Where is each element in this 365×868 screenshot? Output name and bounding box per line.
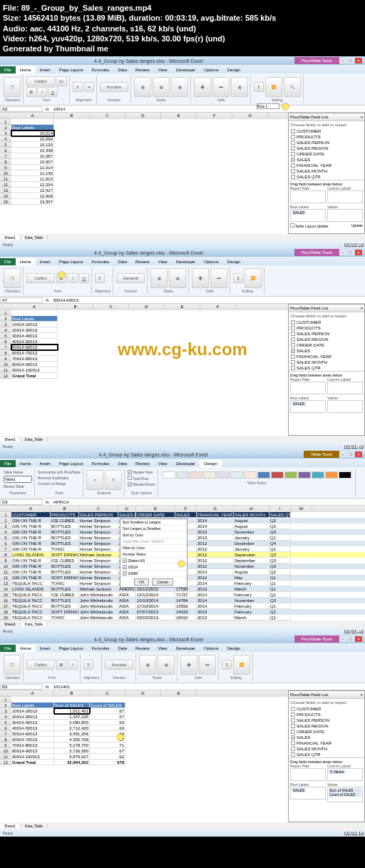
cell[interactable]: 10,125: [11, 142, 54, 148]
underline-button[interactable]: U: [48, 87, 58, 97]
tab-formulas[interactable]: Formulas: [87, 66, 113, 73]
cell[interactable]: 20014-30013: [11, 327, 58, 333]
bold-button[interactable]: B: [26, 87, 36, 97]
sheet-tab-2[interactable]: Data_Table: [21, 235, 48, 240]
minimize-icon[interactable]: −: [339, 250, 346, 255]
cell[interactable]: Grand Total: [11, 373, 58, 379]
sort-filter-button[interactable]: 🔽: [265, 77, 282, 97]
minimize-icon[interactable]: −: [339, 58, 346, 63]
field-item[interactable]: FINANCIAL YEAR: [289, 163, 364, 168]
select-all-checkbox[interactable]: [123, 558, 127, 563]
row-1[interactable]: 1: [0, 119, 11, 125]
ok-button[interactable]: OK: [134, 578, 149, 586]
sort-asc[interactable]: Sort Smallest to Largest: [120, 519, 187, 526]
context-tab[interactable]: PivotTable Tools: [294, 57, 339, 64]
col-g[interactable]: G: [232, 113, 268, 119]
font-size[interactable]: 11: [56, 76, 67, 86]
delete-button[interactable]: ➖: [212, 77, 230, 97]
col-d[interactable]: D: [125, 113, 161, 119]
cell[interactable]: 11,136: [11, 170, 54, 176]
cancel-button[interactable]: Cancel: [152, 578, 173, 586]
close-icon[interactable]: ×: [355, 58, 362, 63]
cell[interactable]: 60014-70013: [11, 350, 58, 356]
cell[interactable]: 12,968: [11, 193, 54, 199]
field-item[interactable]: SALES: [289, 157, 364, 163]
tab-design[interactable]: Design: [223, 66, 245, 73]
filter-color[interactable]: Filter by Color: [120, 545, 187, 551]
name-box[interactable]: A3: [0, 106, 43, 112]
tab-view[interactable]: View: [154, 66, 172, 73]
number-format[interactable]: Number: [100, 82, 128, 92]
row-labels-header[interactable]: Row Labels: [11, 125, 54, 131]
close-icon[interactable]: ×: [355, 250, 362, 255]
cell[interactable]: 50014-60013: [11, 344, 58, 350]
cond-format-button[interactable]: ▦: [134, 77, 151, 97]
format-table-button[interactable]: ▦: [153, 77, 170, 97]
field-item[interactable]: CUSTOMER: [289, 128, 364, 134]
autosum-button[interactable]: Σ: [254, 82, 264, 92]
tab-insert[interactable]: Insert: [36, 66, 55, 73]
sort-desc[interactable]: Sort Largest to Smallest: [120, 526, 187, 532]
cell[interactable]: 10,907: [11, 159, 54, 165]
fx-icon[interactable]: fx: [43, 107, 52, 111]
col-c[interactable]: C: [90, 113, 125, 119]
maximize-icon[interactable]: □: [347, 58, 354, 63]
tab-page-layout[interactable]: Page Layout: [55, 66, 88, 73]
col-b[interactable]: B: [54, 113, 90, 119]
format-button[interactable]: ▦: [231, 77, 248, 97]
find-button[interactable]: 🔍: [284, 77, 301, 97]
tab-home[interactable]: Home: [16, 66, 36, 73]
row-labels-zone[interactable]: SALES: [290, 209, 326, 222]
col-f[interactable]: F: [197, 113, 232, 119]
align-button[interactable]: ≡: [73, 82, 83, 92]
cell[interactable]: 90014-100013: [11, 367, 58, 373]
tab-data[interactable]: Data: [113, 66, 131, 73]
wrap-button[interactable]: ↵: [84, 82, 94, 92]
insert-button[interactable]: ➕: [194, 77, 211, 97]
field-item[interactable]: SALES REGION: [289, 145, 364, 151]
sheet-tab-1[interactable]: Sheet1: [0, 235, 21, 240]
cell[interactable]: 11,810: [11, 176, 54, 182]
cell[interactable]: 10,387: [11, 153, 54, 159]
field-item[interactable]: SALES QTR: [289, 174, 364, 180]
cell-styles-button[interactable]: ▦: [171, 77, 188, 97]
font-select[interactable]: Calibri: [26, 76, 55, 86]
defer-checkbox[interactable]: [290, 223, 294, 228]
field-item[interactable]: SALES MONTH: [289, 168, 364, 174]
clear-filter[interactable]: Clear Filter From "SALES": [120, 538, 187, 545]
tab-options[interactable]: Options: [200, 66, 223, 73]
tab-developer[interactable]: Developer: [172, 66, 200, 73]
cell[interactable]: 40014-50013: [11, 339, 58, 344]
italic-button[interactable]: I: [37, 87, 47, 97]
cell[interactable]: 10,014: [11, 131, 54, 136]
cell[interactable]: 80014-90013: [11, 362, 58, 367]
cell[interactable]: 10014-20013: [11, 322, 58, 327]
field-item[interactable]: SALES PERSON: [289, 140, 364, 145]
select-all-corner[interactable]: [0, 113, 11, 119]
cell[interactable]: 12,427: [11, 188, 54, 193]
field-list-close-icon[interactable]: ×: [360, 115, 363, 119]
cell[interactable]: 11,014: [11, 165, 54, 170]
paste-button[interactable]: 📋: [4, 268, 21, 288]
formula-input[interactable]: 10014: [52, 107, 365, 111]
field-item[interactable]: PRODUCTS: [289, 134, 364, 140]
row-2[interactable]: 2: [0, 125, 11, 131]
sort-color[interactable]: Sort by Color: [120, 532, 187, 538]
tab-review[interactable]: Review: [131, 66, 154, 73]
number-filters[interactable]: Number Filters: [120, 551, 187, 558]
cell[interactable]: 70014-80013: [11, 356, 58, 362]
cell[interactable]: 13,307: [11, 199, 54, 205]
update-button[interactable]: Update: [351, 223, 363, 228]
cell[interactable]: 30014-40013: [11, 333, 58, 339]
report-filter-zone[interactable]: [290, 190, 326, 203]
values-zone[interactable]: [327, 209, 363, 222]
cell[interactable]: 12,254: [11, 182, 54, 188]
paste-button[interactable]: 📋: [4, 77, 21, 97]
cell[interactable]: 10,338: [11, 148, 54, 153]
file-tab[interactable]: File: [0, 66, 16, 73]
col-e[interactable]: E: [161, 113, 197, 119]
col-a[interactable]: A: [11, 113, 54, 119]
column-labels-zone[interactable]: [327, 190, 363, 203]
cell[interactable]: 10,090: [11, 136, 54, 142]
field-item[interactable]: ORDER DATE: [289, 151, 364, 157]
